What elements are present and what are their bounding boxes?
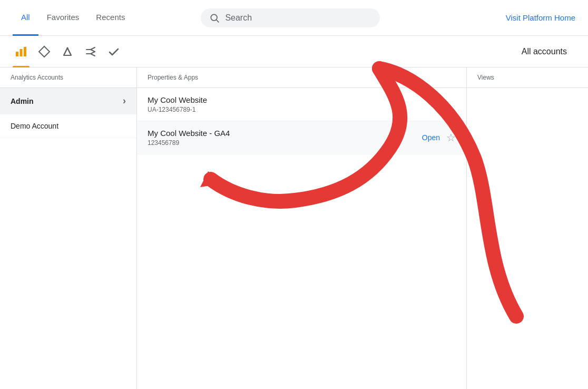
property-item-ga4[interactable]: My Cool Website - GA4 123456789 Open ☆ (137, 121, 466, 154)
search-icon (209, 13, 220, 23)
property-name-ga4: My Cool Website - GA4 (148, 129, 230, 138)
svg-rect-2 (16, 52, 18, 56)
open-property-link[interactable]: Open (422, 133, 440, 142)
svg-line-8 (91, 50, 95, 52)
optimize-icon (61, 45, 74, 58)
property-id-ga4: 123456789 (148, 139, 230, 147)
svg-line-11 (91, 54, 95, 56)
svg-line-1 (217, 20, 219, 22)
tag-manager-icon-btn[interactable] (34, 41, 55, 62)
tab-all[interactable]: All (13, 0, 38, 36)
views-column: Views (467, 67, 588, 389)
all-accounts-label: All accounts (522, 47, 577, 56)
check-icon (107, 45, 120, 58)
svg-rect-3 (20, 49, 23, 56)
views-column-header: Views (467, 67, 588, 88)
search-label: Search (225, 13, 252, 23)
properties-column: Properties & Apps My Cool Website UA-123… (137, 67, 467, 389)
properties-column-header: Properties & Apps (137, 67, 466, 88)
tab-recents[interactable]: Recents (87, 0, 133, 36)
optimize-icon-btn[interactable] (57, 41, 78, 62)
svg-line-10 (91, 52, 95, 54)
svg-line-7 (91, 47, 95, 50)
property-actions-ga4: Open ☆ (422, 131, 456, 144)
accounts-column: Analytics Accounts Admin › Demo Account (0, 67, 137, 389)
svg-point-5 (67, 47, 68, 48)
favorite-star-icon[interactable]: ☆ (446, 131, 456, 144)
svg-point-0 (211, 14, 218, 21)
nav-tabs: All Favorites Recents (13, 0, 133, 36)
search-box[interactable]: Search (201, 8, 380, 27)
columns-container: Analytics Accounts Admin › Demo Account … (0, 67, 588, 389)
check-icon-btn[interactable] (103, 41, 124, 62)
account-item-admin[interactable]: Admin › (0, 88, 136, 114)
account-item-demo[interactable]: Demo Account (0, 114, 136, 138)
analytics-icon (15, 45, 27, 58)
tag-manager-icon (38, 45, 51, 58)
tab-favorites[interactable]: Favorites (38, 0, 88, 36)
property-id-ua: UA-123456789-1 (148, 106, 207, 113)
svg-rect-4 (24, 47, 26, 56)
top-nav: All Favorites Recents Search Visit Platf… (0, 0, 588, 36)
visit-platform-home-link[interactable]: Visit Platform Home (506, 13, 575, 22)
chevron-right-icon: › (123, 95, 126, 106)
accounts-column-header: Analytics Accounts (0, 67, 136, 88)
surveys-icon (84, 45, 97, 58)
property-name-ua: My Cool Website (148, 95, 207, 104)
property-item-ua[interactable]: My Cool Website UA-123456789-1 (137, 88, 466, 121)
toolbar: All accounts (0, 36, 588, 67)
surveys-icon-btn[interactable] (80, 41, 101, 62)
analytics-icon-btn[interactable] (11, 41, 32, 62)
